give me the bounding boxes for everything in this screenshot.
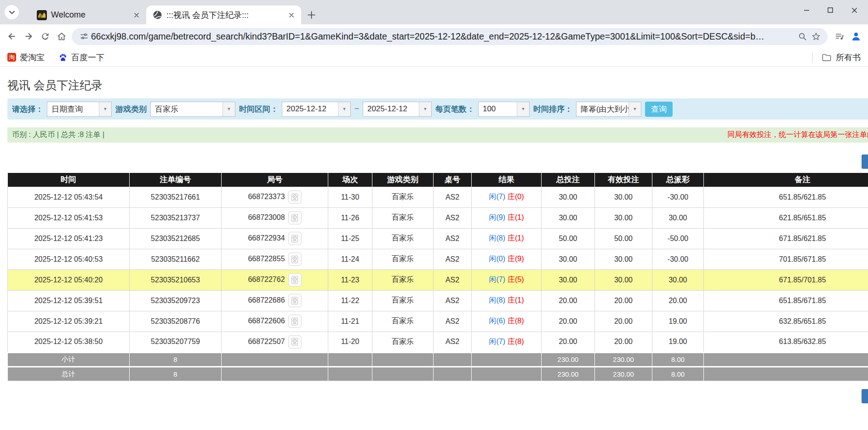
col-payout: 总派彩 bbox=[652, 173, 704, 187]
round-cell: 668723008 bbox=[222, 207, 328, 228]
all-bookmarks-label[interactable]: 所有书 bbox=[836, 52, 861, 63]
summary-left-text: 币别 : 人民币 | 总共 :8 注单 | bbox=[12, 130, 104, 140]
total-bet[interactable]: 30.00 bbox=[542, 249, 595, 269]
total-bet[interactable]: 20.00 bbox=[542, 311, 595, 332]
total-bet[interactable]: 30.00 bbox=[542, 187, 595, 207]
col-round: 局号 bbox=[222, 173, 328, 187]
result-cell: 闲(0)庄(9) bbox=[472, 249, 542, 269]
video-replay-button[interactable] bbox=[288, 211, 302, 224]
bet-id: 523035210653 bbox=[130, 269, 222, 290]
sort-select[interactable]: 降幂(由大到小) ▼ bbox=[576, 102, 641, 117]
forward-button[interactable] bbox=[20, 28, 37, 45]
close-tab-icon[interactable] bbox=[286, 10, 297, 20]
bookmark-aitaobao[interactable]: 淘 爱淘宝 bbox=[7, 52, 45, 63]
bet-record-row: 2025-12-12 05:40:53 523035211662 6687228… bbox=[8, 249, 868, 269]
valid-bet: 20.00 bbox=[595, 311, 652, 332]
reload-button[interactable] bbox=[37, 28, 53, 45]
date-end-select[interactable]: 2025-12-12 ▼ bbox=[363, 102, 432, 117]
video-replay-button[interactable] bbox=[288, 315, 302, 328]
chevron-down-icon bbox=[9, 9, 15, 16]
baidu-paw-icon bbox=[58, 53, 68, 62]
banker-result: 庄(5) bbox=[508, 275, 524, 283]
game-type-select[interactable]: 百家乐 ▼ bbox=[150, 102, 235, 117]
session-number: 11-30 bbox=[328, 187, 372, 207]
table-number: AS2 bbox=[434, 290, 472, 311]
payout: 19.00 bbox=[652, 311, 704, 332]
table-number: AS2 bbox=[434, 249, 472, 269]
tab-title: :::视讯 会员下注纪录::: bbox=[166, 10, 282, 21]
round-number: 668723373 bbox=[248, 193, 285, 201]
bet-id: 523035217661 bbox=[130, 187, 222, 207]
tab-betrecord[interactable]: :::视讯 会员下注纪录::: bbox=[146, 6, 301, 24]
table-number: AS2 bbox=[434, 269, 472, 290]
per-page-select[interactable]: 100 ▼ bbox=[478, 102, 530, 117]
home-button[interactable] bbox=[53, 28, 70, 45]
video-replay-button[interactable] bbox=[288, 335, 302, 349]
close-window-button[interactable] bbox=[842, 2, 866, 18]
round-number: 668722762 bbox=[248, 275, 285, 283]
new-tab-button[interactable] bbox=[301, 6, 315, 24]
back-button[interactable] bbox=[4, 28, 20, 45]
chevron-down-icon[interactable]: ▼ bbox=[338, 102, 350, 116]
game-type: 百家乐 bbox=[372, 187, 434, 207]
bet-time: 2025-12-12 05:40:20 bbox=[8, 269, 130, 290]
player-result: 闲(9) bbox=[489, 213, 505, 221]
result-cell: 闲(7)庄(5) bbox=[472, 269, 542, 290]
subtotal-count: 8 bbox=[130, 352, 222, 367]
video-replay-button[interactable] bbox=[288, 232, 302, 245]
bet-record-row: 2025-12-12 05:39:21 523035208776 6687226… bbox=[8, 311, 868, 332]
total-bet[interactable]: 20.00 bbox=[542, 332, 595, 352]
result-cell: 闲(6)庄(8) bbox=[472, 311, 542, 332]
edge-floating-button-bottom[interactable] bbox=[862, 389, 868, 403]
zoom-icon[interactable] bbox=[795, 29, 809, 43]
bookmark-star-icon[interactable] bbox=[809, 29, 823, 43]
chevron-down-icon[interactable]: ▼ bbox=[223, 102, 235, 116]
media-controls-icon[interactable] bbox=[831, 28, 848, 45]
player-result: 闲(6) bbox=[489, 317, 505, 325]
close-tab-icon[interactable] bbox=[131, 10, 142, 20]
bet-time: 2025-12-12 05:39:51 bbox=[8, 290, 130, 311]
bookmark-baidu[interactable]: 百度一下 bbox=[58, 52, 104, 63]
url-text[interactable]: 66cxkj98.com/game/betrecord_search/kind3… bbox=[91, 31, 795, 42]
remark: 621.85/651.85 bbox=[704, 207, 868, 228]
table-number: AS2 bbox=[434, 311, 472, 332]
session-number: 11-26 bbox=[328, 207, 372, 228]
video-replay-button[interactable] bbox=[288, 294, 302, 307]
tab-search-button[interactable] bbox=[5, 5, 19, 19]
query-type-select[interactable]: 日期查询 ▼ bbox=[47, 102, 112, 117]
subtotal-valid-bet: 230.00 bbox=[595, 352, 652, 367]
session-number: 11-24 bbox=[328, 249, 372, 269]
total-bet[interactable]: 30.00 bbox=[542, 207, 595, 228]
video-replay-button[interactable] bbox=[288, 273, 302, 287]
address-bar[interactable]: 66cxkj98.com/game/betrecord_search/kind3… bbox=[72, 28, 828, 45]
date-range-label: 时间区间： bbox=[239, 104, 278, 115]
profile-avatar[interactable] bbox=[848, 28, 864, 45]
round-cell: 668722686 bbox=[222, 290, 328, 311]
session-number: 11-20 bbox=[328, 332, 372, 352]
total-bet[interactable]: 20.00 bbox=[542, 290, 595, 311]
video-replay-button[interactable] bbox=[288, 252, 302, 266]
chevron-down-icon[interactable]: ▼ bbox=[99, 102, 111, 116]
chevron-down-icon[interactable]: ▼ bbox=[517, 102, 529, 116]
tab-welcome[interactable]: Welcome bbox=[30, 6, 146, 24]
col-time: 时间 bbox=[8, 173, 130, 187]
banker-result: 庄(1) bbox=[508, 234, 524, 242]
subtotal-row: 小计 8 230.00 230.00 8.00 bbox=[8, 352, 868, 367]
date-start-select[interactable]: 2025-12-12 ▼ bbox=[282, 102, 351, 117]
video-replay-button[interactable] bbox=[288, 190, 302, 204]
edge-floating-button-top[interactable] bbox=[862, 155, 868, 169]
bet-record-row: 2025-12-12 05:38:50 523035207759 6687225… bbox=[8, 332, 868, 352]
filter-bar: 请选择： 日期查询 ▼ 游戏类别 百家乐 ▼ 时间区间： 2025-12-12 … bbox=[7, 98, 868, 120]
minimize-button[interactable] bbox=[794, 2, 818, 18]
chevron-down-icon[interactable]: ▼ bbox=[419, 102, 431, 116]
maximize-button[interactable] bbox=[818, 2, 842, 18]
player-result: 闲(8) bbox=[489, 234, 505, 242]
total-bet[interactable]: 50.00 bbox=[542, 228, 595, 249]
chevron-down-icon[interactable]: ▼ bbox=[628, 102, 641, 116]
search-button[interactable]: 查询 bbox=[645, 102, 673, 117]
taobao-icon: 淘 bbox=[7, 53, 16, 62]
session-number: 11-21 bbox=[328, 311, 372, 332]
bet-record-row: 2025-12-12 05:39:51 523035209723 6687226… bbox=[8, 290, 868, 311]
total-bet[interactable]: 30.00 bbox=[542, 269, 595, 290]
site-settings-icon[interactable] bbox=[77, 29, 91, 43]
